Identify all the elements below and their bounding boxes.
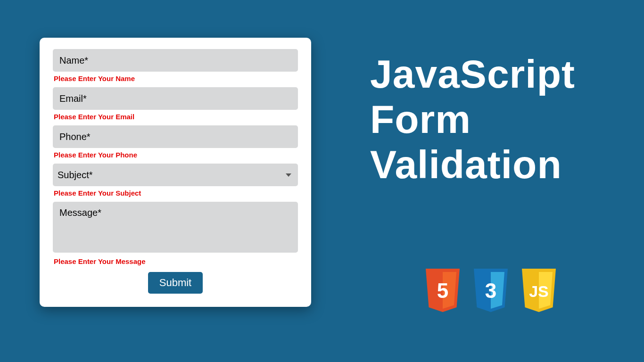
svg-text:3: 3 <box>485 279 496 302</box>
subject-error: Please Enter Your Subject <box>54 189 298 197</box>
message-error: Please Enter Your Message <box>54 257 298 265</box>
title-line-3: Validation <box>370 142 575 188</box>
name-input[interactable] <box>53 49 298 72</box>
name-error: Please Enter Your Name <box>54 74 298 82</box>
page-title: JavaScript Form Validation <box>370 52 575 187</box>
svg-text:JS: JS <box>529 282 549 300</box>
title-line-2: Form <box>370 97 575 142</box>
subject-select[interactable]: Subject* <box>53 164 298 186</box>
css3-icon: 3 <box>470 269 512 316</box>
phone-error: Please Enter Your Phone <box>54 151 298 159</box>
form-card: Please Enter Your Name Please Enter Your… <box>40 38 311 307</box>
phone-field <box>53 125 298 148</box>
email-field <box>53 87 298 110</box>
email-error: Please Enter Your Email <box>54 113 298 121</box>
svg-text:5: 5 <box>437 279 448 302</box>
email-input[interactable] <box>53 87 298 110</box>
tech-icons: 5 3 JS <box>422 269 560 316</box>
name-field <box>53 49 298 72</box>
submit-wrap: Submit <box>53 272 298 294</box>
title-line-1: JavaScript <box>370 52 575 97</box>
message-textarea[interactable] <box>53 202 298 253</box>
submit-button[interactable]: Submit <box>148 272 203 294</box>
subject-field: Subject* <box>53 164 298 186</box>
js-icon: JS <box>518 269 560 316</box>
phone-input[interactable] <box>53 125 298 148</box>
html5-icon: 5 <box>422 269 463 316</box>
message-field <box>53 202 298 255</box>
